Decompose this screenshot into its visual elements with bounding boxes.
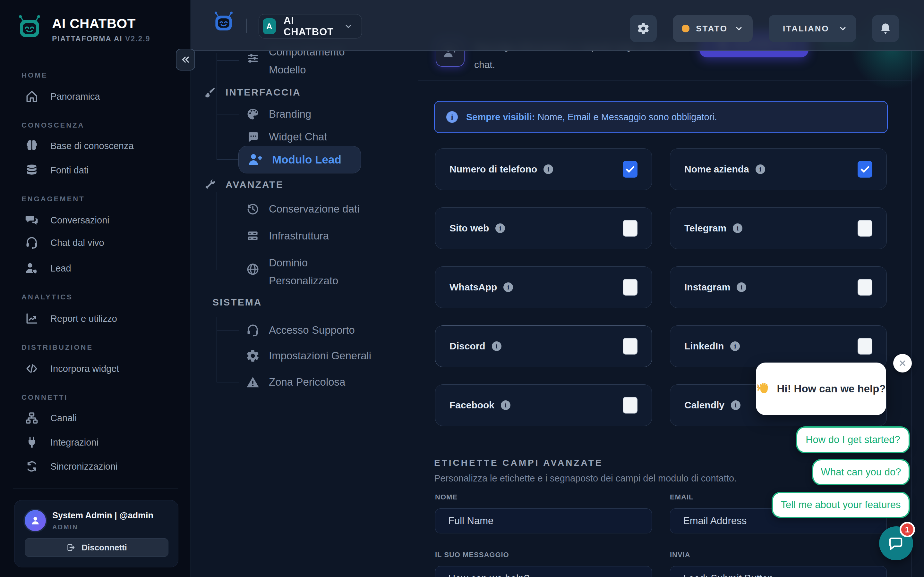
chart-icon	[25, 311, 39, 326]
settings-button[interactable]	[630, 15, 657, 42]
language-dropdown[interactable]: ITALIANO	[769, 15, 856, 42]
toggle-card-linkedin[interactable]: LinkedIni	[670, 326, 887, 367]
info-banner-text: Sempre visibili: Nome, Email e Messaggio…	[466, 112, 717, 122]
subnav-item-modulo-lead[interactable]: Modulo Lead	[238, 146, 361, 173]
invia-input[interactable]	[670, 566, 887, 577]
checkbox[interactable]	[623, 161, 638, 177]
field-label: NOME	[435, 493, 652, 501]
toggle-card-facebook[interactable]: Facebooki	[435, 384, 652, 426]
field-label: INVIA	[670, 551, 887, 559]
tree-stub	[216, 60, 239, 61]
subnav-section-sistema: SISTEMA	[212, 297, 262, 308]
sidebar-item-canali[interactable]: Canali	[25, 411, 77, 425]
checkbox[interactable]	[858, 338, 872, 355]
sitemap-icon	[25, 411, 39, 425]
toggle-card-nome-azienda[interactable]: Nome aziendai	[670, 148, 887, 190]
sidebar-item-sincronizzazioni[interactable]: Sincronizzazioni	[25, 459, 118, 474]
logout-button[interactable]: Disconnetti	[25, 538, 168, 557]
subnav-item-conservazione-dati[interactable]: Conservazione dati	[246, 202, 360, 216]
subnav-item-infrastruttura[interactable]: Infrastruttura	[246, 229, 329, 243]
info-icon: i	[731, 400, 740, 410]
subnav-item-zona-pericolosa[interactable]: Zona Pericolosa	[246, 375, 345, 389]
globe-icon	[246, 262, 260, 276]
subnav-section-interfaccia: INTERFACCIA	[204, 86, 301, 99]
subnav-item-label: Impostazioni Generali	[269, 350, 371, 362]
toggle-card-instagram[interactable]: Instagrami	[670, 266, 887, 308]
toggle-card-whatsapp[interactable]: WhatsAppi	[435, 266, 652, 308]
headset-icon	[25, 235, 39, 250]
subnav-item-accesso-supporto[interactable]: Accesso Supporto	[246, 323, 355, 337]
user-role: ADMIN	[52, 524, 78, 531]
checkbox[interactable]	[858, 279, 872, 295]
code-icon	[25, 362, 39, 376]
user-name: System Admin | @admin	[52, 511, 153, 521]
info-banner: i Sempre visibili: Nome, Email e Messagg…	[434, 101, 888, 133]
top-header: A AI CHATBOT STATO ITALIANO	[191, 0, 924, 51]
quick-reply-3[interactable]: Tell me about your features	[772, 492, 910, 518]
sliders-icon	[246, 51, 260, 65]
subnav-divider	[377, 51, 377, 396]
sidebar-item-chat-dal-vivo[interactable]: Chat dal vivo	[25, 235, 104, 250]
tree-stub	[216, 137, 239, 137]
server-icon	[246, 229, 260, 243]
robot-logo-icon	[14, 13, 45, 44]
chat-bubble-icon	[887, 535, 905, 552]
field-invia: INVIA	[670, 551, 887, 577]
tree-stub	[216, 209, 239, 210]
person-tag-icon	[25, 261, 39, 276]
messaggio-input[interactable]	[435, 566, 652, 577]
sidebar: AI CHATBOT PIATTAFORMA AI V2.2.9 HOME Pa…	[0, 0, 191, 577]
subnav-item-impostazioni-generali[interactable]: Impostazioni Generali	[246, 349, 371, 363]
sidebar-item-lead[interactable]: Lead	[25, 261, 71, 276]
subnav-item-widget-chat[interactable]: Widget Chat	[246, 130, 327, 144]
sidebar-item-incorpora-widget[interactable]: Incorpora widget	[25, 362, 119, 376]
info-icon: i	[501, 400, 510, 410]
bot-selector[interactable]: A AI CHATBOT	[258, 14, 362, 39]
toggle-card-numero-di-telefono[interactable]: Numero di telefonoi	[435, 148, 652, 190]
toggle-card-discord[interactable]: Discordi	[435, 326, 652, 367]
gear-icon	[246, 349, 260, 363]
status-dropdown[interactable]: STATO	[673, 15, 753, 42]
sidebar-item-report-e-utilizzo[interactable]: Report e utilizzo	[25, 311, 117, 326]
collapse-left-icon	[180, 54, 191, 65]
sidebar-item-integrazioni[interactable]: Integrazioni	[25, 435, 99, 450]
info-icon: i	[446, 111, 458, 123]
subnav-section-label: SISTEMA	[212, 297, 262, 308]
subnav-item-dominio-personalizzato[interactable]: Dominio Personalizzato	[246, 254, 372, 290]
quick-reply-1[interactable]: How do I get started?	[796, 426, 910, 453]
brand-subtitle: PIATTAFORMA AI V2.2.9	[52, 35, 150, 43]
checkbox[interactable]	[623, 397, 638, 414]
chat-launcher-button[interactable]: 1	[879, 526, 913, 560]
checkbox[interactable]	[623, 279, 638, 295]
checkbox[interactable]	[858, 220, 872, 237]
tree-stub	[216, 270, 239, 270]
sidebar-item-conversazioni[interactable]: Conversazioni	[25, 213, 110, 227]
sidebar-section-analytics: ANALYTICS	[21, 293, 73, 301]
chat-greeting-popup[interactable]: Hi! How can we help?	[756, 363, 886, 415]
toggle-card-sito-web[interactable]: Sito webi	[435, 207, 652, 249]
gear-icon	[636, 22, 650, 35]
checkbox[interactable]	[623, 338, 638, 355]
subnav-item-label: Conservazione dati	[269, 203, 360, 215]
chat-icon	[246, 130, 260, 144]
quick-reply-2[interactable]: What can you do?	[812, 459, 910, 485]
advanced-labels-title: ETICHETTE CAMPI AVANZATE	[434, 458, 603, 468]
checkbox[interactable]	[858, 161, 872, 177]
person-plus-icon	[248, 152, 263, 167]
nome-input[interactable]	[435, 508, 652, 533]
version-label: V2.2.9	[125, 35, 150, 43]
sidebar-item-fonti-dati[interactable]: Fonti dati	[25, 163, 89, 177]
checkbox[interactable]	[623, 220, 638, 237]
subnav-item-branding[interactable]: Branding	[246, 107, 311, 121]
sidebar-item-base-di-conoscenza[interactable]: Base di conoscenza	[25, 139, 134, 153]
chevron-down-icon	[838, 24, 848, 33]
subnav-item-label: Infrastruttura	[269, 230, 329, 242]
field-label: IL SUO MESSAGGIO	[435, 551, 652, 559]
toggle-card-telegram[interactable]: Telegrami	[670, 207, 887, 249]
subnav-item-label: Dominio Personalizzato	[269, 254, 372, 290]
chat-close-button[interactable]	[893, 354, 912, 372]
sidebar-item-panoramica[interactable]: Panoramica	[25, 89, 100, 103]
sidebar-collapse-button[interactable]	[176, 49, 195, 71]
notifications-button[interactable]	[872, 15, 899, 42]
home-icon	[25, 89, 39, 103]
